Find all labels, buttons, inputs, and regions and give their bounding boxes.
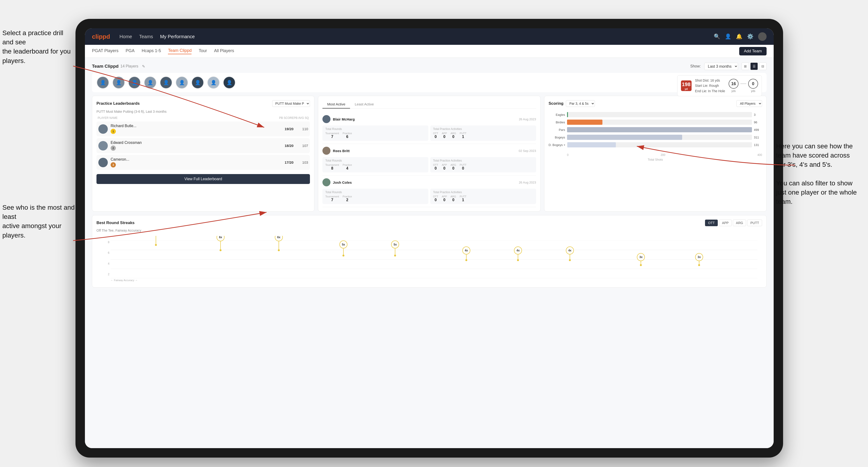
player-avatar-4[interactable]: 👤 [144, 76, 156, 89]
tab-least-active[interactable]: Least Active [350, 100, 379, 108]
lb-player-avatar-1 [98, 124, 108, 134]
lb-col-name: PLAYER NAME [98, 116, 279, 120]
scoring-par-filter[interactable]: Par 3, 4 & 5s [566, 100, 595, 107]
bar-val-eagles: 3 [754, 113, 762, 117]
bell-icon[interactable]: 🔔 [736, 33, 742, 40]
tab-most-active[interactable]: Most Active [322, 100, 350, 108]
scoring-player-filter[interactable]: All Players [736, 100, 762, 107]
lb-player-1-name: Richard Butle... [111, 124, 282, 128]
bar-row-bogeys: Bogeys 311 [549, 135, 762, 140]
streak-filter-arg[interactable]: ARG [733, 220, 746, 226]
streak-filter-app[interactable]: APP [719, 220, 732, 226]
pa-tournament-1: Tournament 7 [325, 132, 339, 139]
bar-track-eagles [567, 112, 752, 117]
circle-connector [740, 84, 746, 84]
lb-player-2-score: 18/20 [285, 144, 294, 148]
streak-dot[interactable]: 5x [339, 240, 347, 257]
lb-player-1-score: 19/20 [285, 127, 294, 131]
pa-rounds-vals-1: Tournament 7 Practice 6 [325, 132, 426, 139]
bar-label-pars: Pars [549, 128, 565, 132]
player-avatar-2[interactable]: 👤 [113, 76, 125, 89]
tablet-screen: clippd Home Teams My Performance 🔍 👤 🔔 ⚙… [85, 28, 774, 448]
player-avatar-5[interactable]: 👤 [160, 76, 172, 89]
streak-dot[interactable]: 3x [695, 253, 703, 266]
edit-icon[interactable]: ✎ [142, 64, 145, 69]
circle-label-1: yds [732, 89, 736, 93]
subnav-pga[interactable]: PGA [125, 49, 134, 54]
player-avatar-8[interactable]: 👤 [207, 76, 220, 89]
pa-practice-activities-1: Total Practice Activities OTT 0 APP 0 [430, 125, 536, 141]
bar-fill-birdies [567, 120, 602, 125]
player-avatar-9[interactable]: 👤 [223, 76, 236, 89]
subnav-all-players[interactable]: All Players [214, 49, 234, 54]
settings-icon[interactable]: ⚙️ [747, 33, 753, 40]
subnav-tour[interactable]: Tour [198, 49, 207, 54]
subnav-hcaps[interactable]: Hcaps 1-5 [142, 49, 161, 54]
drill-select[interactable]: PUTT Must Make Putting... [272, 100, 310, 107]
bar-fill-pars [567, 127, 752, 132]
view-full-leaderboard-button[interactable]: View Full Leaderboard [96, 174, 310, 184]
lb-player-2-info: Edward Crossman 2 [111, 141, 282, 151]
bar-chart-footer: Total Shots [549, 158, 762, 161]
streaks-card: Best Round Streaks OTT APP ARG PUTT Off … [92, 215, 767, 287]
shot-circle-2: 0 yds [748, 79, 758, 93]
streak-dot-point [342, 255, 344, 257]
pa-avatar-3 [322, 178, 331, 186]
pa-total-rounds-1: Total Rounds Tournament 7 Practice 6 [322, 125, 428, 141]
scoring-title: Scoring [549, 101, 563, 106]
lb-player-3-name: Cameron... [111, 157, 282, 161]
scoring-card: Scoring Par 3, 4 & 5s All Players Eagles [544, 96, 767, 212]
bar-val-birdies: 96 [754, 121, 762, 124]
streak-dot[interactable]: 7x [152, 236, 160, 246]
streak-dot[interactable]: 4x [514, 247, 522, 261]
show-label: Show: [690, 64, 701, 68]
list-item: Josh Coles 26 Aug 2023 Total Rounds Tour… [322, 176, 536, 207]
pa-practice-act-vals-1: OTT 0 APP 0 ARG 0 [433, 132, 533, 139]
list-item: Rees Britt 02 Sep 2023 Total Rounds Tour… [322, 144, 536, 176]
subnav-pgat[interactable]: PGAT Players [92, 49, 118, 54]
streak-filter-ott[interactable]: OTT [705, 220, 718, 226]
bar-track-pars [567, 127, 752, 132]
streak-dot-point [394, 255, 396, 257]
streak-dot[interactable]: 6x [275, 236, 283, 251]
user-avatar[interactable] [758, 32, 767, 41]
streak-dot[interactable]: 5x [391, 240, 399, 257]
bar-chart: Eagles 3 Birdies 96 [549, 110, 762, 152]
shot-info: Shot Dist: 16 yds Start Lie: Rough End L… [695, 78, 725, 94]
player-avatar-1[interactable]: 👤 [97, 76, 109, 89]
grid-view-btn[interactable]: ⊞ [742, 63, 749, 70]
player-avatar-3[interactable]: 👤 [128, 76, 141, 89]
streak-dot[interactable]: 6x [217, 236, 224, 251]
show-select[interactable]: Last 3 months [704, 63, 738, 70]
bar-track-bogeys [567, 135, 752, 140]
nav-my-performance[interactable]: My Performance [160, 33, 195, 40]
pa-stats-3: Total Rounds Tournament 7 Practice 2 [322, 189, 536, 204]
nav-teams[interactable]: Teams [139, 33, 153, 40]
person-icon[interactable]: 👤 [725, 33, 731, 40]
list-view-btn[interactable]: ☰ [750, 63, 758, 70]
player-avatar-6[interactable]: 👤 [176, 76, 188, 89]
subnav-team-clippd[interactable]: Team Clippd [168, 48, 191, 54]
nav-home[interactable]: Home [120, 33, 132, 40]
bar-row-pars: Pars 499 [549, 127, 762, 132]
detail-view-btn[interactable]: ⊟ [759, 63, 767, 70]
streak-dot[interactable]: 4x [566, 247, 574, 261]
streak-dot[interactable]: 3x [637, 253, 645, 266]
lb-card-title: Practice Leaderboards [96, 101, 140, 106]
add-team-button[interactable]: Add Team [739, 47, 767, 55]
activity-card: Most Active Least Active Blair McHarg 26… [318, 96, 540, 212]
streak-dot-line [395, 248, 395, 255]
streak-dot[interactable]: 4x [462, 247, 470, 261]
streak-dot-line [641, 261, 641, 264]
pa-avatar-2 [322, 147, 331, 155]
lb-badge-1: 1 [111, 129, 116, 134]
player-avatar-7[interactable]: 👤 [191, 76, 204, 89]
lb-table-header: PLAYER NAME PB SCORE PB AVG SQ [96, 116, 310, 120]
search-icon[interactable]: 🔍 [714, 33, 720, 40]
table-row: Cameron... 3 17/20 103 [96, 155, 310, 170]
lb-player-2-avg: 107 [296, 144, 308, 148]
streak-dot-line [569, 254, 570, 259]
streaks-header: Best Round Streaks OTT APP ARG PUTT [96, 220, 762, 226]
streak-filter-putt[interactable]: PUTT [747, 220, 762, 226]
streak-dot-point [569, 259, 571, 261]
